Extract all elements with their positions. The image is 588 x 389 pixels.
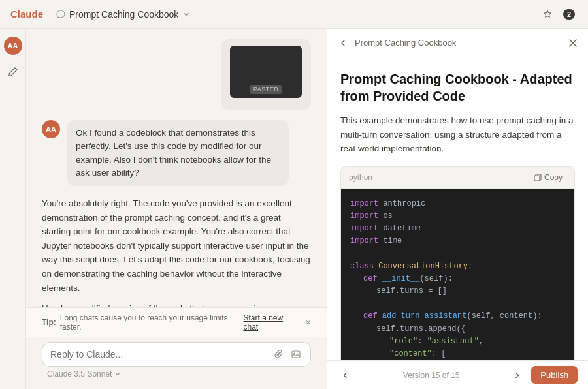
code-block-header: python Copy <box>341 167 574 189</box>
code-line <box>350 298 565 310</box>
copy-button[interactable]: Copy <box>530 172 566 183</box>
assistant-para-2: Here's a modified version of the code th… <box>42 302 311 307</box>
panel-content: Prompt Caching Cookbook - Adapted from P… <box>327 57 588 360</box>
code-line: import time <box>350 235 565 247</box>
user-image-bubble: PASTED <box>221 39 311 110</box>
arrow-left-small-icon <box>340 371 350 380</box>
projects-badge: 2 <box>563 9 575 20</box>
copy-icon <box>534 174 542 181</box>
tip-label: Tip: <box>42 318 56 327</box>
input-box <box>42 342 311 367</box>
tip-close-button[interactable]: × <box>306 317 311 328</box>
panel-title: Prompt Caching Cookbook <box>355 38 562 48</box>
input-actions <box>272 348 302 361</box>
assistant-message: You're absolutely right. The code you've… <box>42 196 311 307</box>
code-line: def add_turn_assistant(self, content): <box>350 310 565 322</box>
user-message-row: AA Ok I found a codeblock that demonstra… <box>42 120 311 186</box>
attach-button[interactable] <box>272 348 286 361</box>
code-line: import datetime <box>350 223 565 235</box>
panel-header: Prompt Caching Cookbook <box>327 29 588 57</box>
code-block-container: python Copy import anthropic import os i… <box>340 166 575 360</box>
arrow-left-icon <box>338 38 348 48</box>
model-name: Claude 3.5 Sonnet <box>47 369 112 379</box>
app-logo: Claude <box>10 8 43 20</box>
pasted-code-thumbnail: PASTED <box>230 46 302 98</box>
conversation-title[interactable]: Prompt Caching Cookbook <box>56 9 190 20</box>
left-sidebar: AA <box>0 29 26 389</box>
publish-button[interactable]: Publish <box>531 366 578 384</box>
panel-prev-button[interactable] <box>338 368 352 382</box>
header-actions: 2 <box>540 7 578 22</box>
start-new-chat-link[interactable]: Start a new chat <box>243 313 296 332</box>
code-line: import os <box>350 210 565 223</box>
panel-doc-title: Prompt Caching Cookbook - Adapted from P… <box>340 70 575 104</box>
user-message-image: PASTED <box>42 39 311 110</box>
arrow-right-small-icon <box>513 371 522 380</box>
code-line: def __init__(self): <box>350 273 565 285</box>
code-line: import anthropic <box>350 198 565 210</box>
right-panel: Prompt Caching Cookbook Prompt Caching C… <box>327 29 588 389</box>
image-icon <box>291 349 301 360</box>
tip-message: Long chats cause you to reach your usage… <box>60 313 240 332</box>
user-avatar[interactable]: AA <box>4 37 22 55</box>
user-avatar-msg: AA <box>42 120 60 138</box>
code-line <box>350 248 565 260</box>
chevron-down-small-icon <box>114 371 121 377</box>
star-button[interactable] <box>540 7 555 22</box>
projects-button[interactable]: 2 <box>561 7 578 22</box>
panel-version: Version 15 of 15 <box>359 371 504 380</box>
chevron-down-icon <box>182 10 190 18</box>
input-area: Claude 3.5 Sonnet <box>26 337 327 389</box>
chat-icon <box>56 10 65 19</box>
main-content: AA PASTED <box>0 29 588 389</box>
tip-bar: Tip: Long chats cause you to reach your … <box>26 307 327 337</box>
model-selector[interactable]: Claude 3.5 Sonnet <box>42 367 311 381</box>
panel-back-button[interactable] <box>338 38 348 48</box>
svg-rect-0 <box>292 351 300 358</box>
svg-rect-2 <box>534 176 540 181</box>
user-text-bubble: Ok I found a codeblock that demonstrates… <box>67 120 289 186</box>
sidebar-new-chat-btn[interactable] <box>4 63 22 81</box>
code-line: "role": "assistant", <box>350 335 565 348</box>
code-line: self.turns = [] <box>350 285 565 298</box>
code-block: import anthropic import os import dateti… <box>341 189 574 360</box>
panel-close-button[interactable] <box>568 39 578 48</box>
close-icon <box>568 39 578 48</box>
assistant-para-1: You're absolutely right. The code you've… <box>42 196 311 295</box>
panel-next-button[interactable] <box>510 368 525 382</box>
code-line: "content": [ <box>350 348 565 360</box>
pasted-badge: PASTED <box>250 85 282 94</box>
paperclip-icon <box>274 349 284 360</box>
code-language-label: python <box>349 173 372 182</box>
panel-description: This example demonstrates how to use pro… <box>340 114 575 156</box>
code-line: self.turns.append({ <box>350 323 565 335</box>
panel-footer: Version 15 of 15 Publish <box>327 360 588 389</box>
code-line: class ConversationHistory: <box>350 260 565 273</box>
reply-input[interactable] <box>50 349 267 360</box>
image-button[interactable] <box>289 348 302 361</box>
svg-point-1 <box>294 353 295 354</box>
app-header: Claude Prompt Caching Cookbook 2 <box>0 0 588 29</box>
chat-messages: PASTED AA Ok I found a codeblock that de… <box>26 29 327 307</box>
pencil-icon <box>8 67 18 77</box>
chat-area: PASTED AA Ok I found a codeblock that de… <box>26 29 327 389</box>
star-icon <box>542 9 553 20</box>
